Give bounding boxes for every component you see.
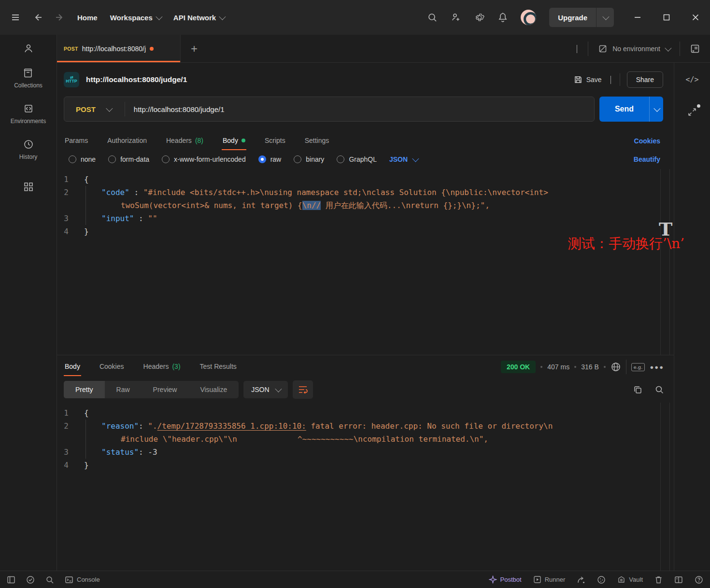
toggle-sidebar-icon[interactable] [7, 575, 15, 584]
environment-quick-look-icon[interactable] [680, 43, 710, 54]
notifications-bell-icon[interactable] [498, 12, 508, 23]
save-options-chevron[interactable] [609, 76, 613, 84]
new-tab-button[interactable]: + [181, 35, 208, 62]
response-tab-test-results[interactable]: Test Results [199, 358, 238, 376]
chevron-down-icon [219, 14, 226, 20]
response-tab-headers[interactable]: Headers(3) [142, 358, 182, 376]
save-button[interactable]: Save [574, 75, 602, 84]
search-icon[interactable] [427, 13, 438, 23]
two-pane-view-icon[interactable] [674, 575, 683, 584]
hamburger-menu-icon[interactable] [11, 13, 20, 22]
response-more-options[interactable]: ●●● [650, 364, 664, 371]
more-tools-grid-icon[interactable] [23, 182, 34, 192]
cookies-link[interactable]: Cookies [634, 137, 660, 145]
view-raw[interactable]: Raw [105, 381, 142, 398]
response-language-dropdown[interactable]: JSON [243, 381, 287, 398]
no-environment-icon [598, 44, 608, 54]
avatar[interactable] [521, 10, 536, 25]
upgrade-button[interactable]: Upgrade [549, 8, 614, 27]
radio-x-www-form-urlencoded[interactable]: x-www-form-urlencoded [162, 155, 246, 163]
find-replace-icon[interactable] [45, 575, 54, 584]
console-button[interactable]: Console [65, 575, 100, 584]
status-badge[interactable]: 200 OK [501, 361, 536, 373]
radio-form-data[interactable]: form-data [108, 155, 149, 163]
radio-icon [294, 155, 301, 163]
request-tab[interactable]: POST http://localhost:8080/j [57, 35, 181, 62]
tab-headers[interactable]: Headers(8) [165, 132, 204, 150]
vault-button[interactable]: Vault [617, 575, 643, 584]
upgrade-label[interactable]: Upgrade [549, 8, 596, 27]
forward-arrow-icon[interactable] [55, 13, 65, 22]
response-body-editor[interactable]: 1 { 2 "reason": "./temp/1728793335856_1.… [57, 403, 674, 571]
view-preview[interactable]: Preview [142, 381, 189, 398]
json-key: "code" [101, 188, 129, 197]
body-language-dropdown[interactable]: JSON [389, 155, 417, 163]
tab-authorization[interactable]: Authorization [106, 132, 148, 150]
request-title[interactable]: http://localhost:8080/judge/1 [86, 75, 187, 84]
code-line: 3 "input" : "" [57, 212, 674, 225]
response-tab-body[interactable]: Body [64, 358, 81, 376]
tab-body[interactable]: Body [222, 132, 246, 150]
sidebar-item-environments[interactable]: Environments [11, 103, 46, 125]
postbot-button[interactable]: Postbot [489, 575, 522, 584]
tab-settings[interactable]: Settings [304, 132, 330, 150]
line-number: 2 [57, 420, 84, 446]
error-file-link[interactable]: /temp/1728793335856_1.cpp:10:10: [157, 421, 306, 431]
response-size[interactable]: 316 B [581, 363, 599, 371]
wrap-lines-icon[interactable] [293, 380, 313, 399]
send-options-chevron[interactable] [650, 97, 663, 122]
send-button[interactable]: Send [599, 97, 663, 122]
save-as-example-icon[interactable]: e.g. [631, 363, 645, 371]
maximize-button[interactable] [663, 14, 670, 21]
radio-binary[interactable]: binary [294, 155, 324, 163]
nav-home[interactable]: Home [77, 14, 98, 22]
invite-user-icon[interactable] [451, 12, 461, 23]
close-button[interactable] [692, 14, 699, 21]
view-pretty[interactable]: Pretty [64, 381, 105, 398]
json-string: 用户在此输入代码...\nreturn {};}\n};", [321, 201, 490, 210]
cookies-jar-icon[interactable] [597, 575, 606, 584]
response-tabs-row: Body Cookies Headers(3) Test Results 200… [57, 355, 674, 378]
capture-requests-icon[interactable] [577, 575, 585, 584]
back-arrow-icon[interactable] [33, 13, 43, 22]
syntax-check-icon[interactable] [26, 575, 35, 584]
nav-api-network[interactable]: API Network [173, 14, 224, 22]
sidebar-item-history[interactable]: History [19, 139, 37, 160]
runner-button[interactable]: Runner [533, 575, 566, 584]
nav-workspaces[interactable]: Workspaces [110, 14, 161, 22]
tab-params[interactable]: Params [64, 132, 89, 150]
share-button[interactable]: Share [627, 71, 663, 88]
profile-icon[interactable] [23, 42, 34, 54]
help-icon[interactable] [695, 575, 703, 584]
radio-label: binary [306, 155, 324, 163]
request-body-editor[interactable]: 1 { 2 "code" : "#include <bits/stdc++.h>… [57, 169, 674, 355]
tab-scripts[interactable]: Scripts [264, 132, 286, 150]
editor-scrollbar[interactable] [660, 169, 670, 355]
tab-label: Headers [166, 137, 192, 144]
response-time[interactable]: 407 ms [547, 363, 569, 371]
send-label[interactable]: Send [599, 97, 650, 122]
radio-none[interactable]: none [69, 155, 96, 163]
upgrade-chevron[interactable] [596, 8, 614, 27]
trash-icon[interactable] [654, 575, 663, 584]
radio-graphql[interactable]: GraphQL [337, 155, 377, 163]
sidebar-item-collections[interactable]: Collections [14, 68, 43, 89]
method-selector[interactable]: POST [64, 105, 125, 113]
copy-icon[interactable] [633, 385, 642, 394]
settings-gear-icon[interactable] [474, 12, 485, 23]
url-input[interactable] [125, 105, 594, 113]
view-visualize[interactable]: Visualize [188, 381, 239, 398]
beautify-link[interactable]: Beautify [634, 155, 660, 163]
radio-raw[interactable]: raw [258, 155, 282, 163]
code-snippet-icon[interactable]: </> [685, 75, 698, 84]
collapse-expand-icon[interactable] [687, 107, 697, 117]
minimize-button[interactable] [634, 14, 641, 21]
env-sidebar-chevron[interactable] [566, 45, 588, 53]
response-tab-cookies[interactable]: Cookies [99, 358, 125, 376]
network-globe-icon[interactable] [611, 362, 621, 372]
environment-selector[interactable]: No environment [588, 44, 680, 54]
search-response-icon[interactable] [655, 385, 664, 394]
left-sidebar: Collections Environments History [0, 35, 57, 571]
editor-scrollbar[interactable] [660, 403, 670, 571]
request-tabbar: POST http://localhost:8080/j + No enviro… [57, 35, 710, 63]
